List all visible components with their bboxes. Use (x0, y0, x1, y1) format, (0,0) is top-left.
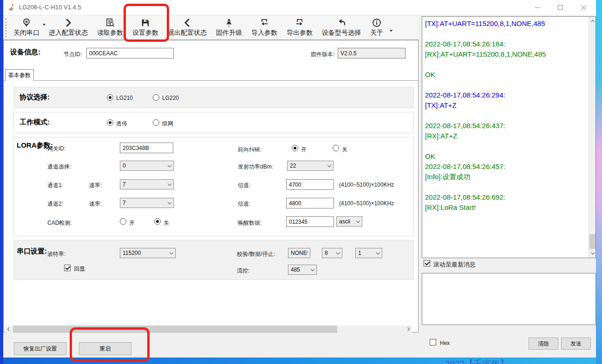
echo-label: 回显 (74, 265, 85, 273)
work-mode-label: 工作模式: (20, 118, 50, 127)
toolbar-button-close-serial[interactable]: 关闭串口 (9, 17, 44, 38)
horizontal-scrollbar[interactable] (5, 325, 412, 333)
protocol-label: 协议选择: (20, 93, 50, 102)
toolbar-grip[interactable] (5, 19, 7, 37)
parity-combobox[interactable]: NONE (288, 248, 310, 258)
send-input-box[interactable] (422, 273, 596, 325)
channel1-label: 通道1: (47, 182, 63, 189)
toolbar-button-read-params[interactable]: 读取参数 (92, 17, 128, 38)
scroll-to-latest-checkbox[interactable] (424, 260, 430, 266)
wake-data-label: 唤醒数据: (238, 219, 262, 227)
channel1-rate-combobox[interactable]: 7 (120, 179, 174, 189)
stop-bits-combobox[interactable]: 1 (355, 248, 382, 258)
toolbar-button-import-params[interactable]: 导入参数 (247, 17, 282, 38)
tab-divider (4, 80, 418, 81)
channel2-rate-combobox[interactable]: 7 (120, 198, 174, 208)
toolbar-overflow-icon[interactable] (390, 30, 393, 32)
chevron-right-icon (63, 18, 73, 28)
log-line: 2022-08-17,08:54:26:184: (425, 39, 586, 49)
save-floppy-icon (140, 18, 150, 28)
serial-settings-group: 串口设置: 波特率: 115200 回显 校验/数据/停止: NONE 8 1 … (13, 240, 414, 280)
freq2-input[interactable] (286, 198, 334, 208)
send-button[interactable]: 发送 (561, 338, 591, 350)
channel-select-combobox[interactable]: 0 (120, 161, 174, 171)
protocol-group: 协议选择: LG210 LG220 (13, 87, 414, 108)
log-line (425, 59, 586, 70)
combo-value: ascii (339, 218, 350, 225)
log-line: 2022-08-17,08:54:26:437: (425, 121, 586, 131)
combo-value: 7 (123, 200, 126, 206)
restart-button[interactable]: 重启 (79, 342, 131, 355)
log-line: 2022-08-17,08:54:26:294: (425, 90, 586, 100)
title-bar: LG206-L-C-H10 V1.4.5 (3, 0, 596, 15)
export-icon (294, 18, 305, 28)
node-id-input[interactable] (86, 48, 174, 58)
toolbar-label: 设置参数 (132, 29, 158, 37)
button-label: 发送 (570, 340, 582, 348)
document-search-icon (105, 18, 115, 28)
wake-data-input[interactable] (286, 216, 334, 227)
import-icon (259, 18, 269, 28)
log-line: OK (425, 151, 586, 162)
radio-fec-off[interactable] (333, 145, 339, 151)
radio-networking[interactable] (153, 119, 159, 126)
rocket-icon (224, 18, 234, 28)
vertical-scrollbar[interactable] (589, 17, 595, 258)
freq1-input[interactable] (286, 179, 334, 190)
combo-value: 1 (358, 250, 361, 256)
data-bits-combobox[interactable]: 8 (322, 248, 342, 258)
radio-cad-off-label: 关 (164, 219, 169, 227)
radio-cad-off[interactable] (154, 218, 161, 225)
minimize-button[interactable] (526, 0, 548, 15)
gateway-id-input[interactable] (120, 143, 173, 153)
toolbar-label: 关于 (370, 29, 383, 37)
freq2-hint: (4100~5100)×100KHz (339, 200, 394, 207)
clear-button[interactable]: 清除 (529, 338, 558, 350)
toolbar-label: 读取参数 (97, 29, 123, 37)
tab-basic-params[interactable]: 基本参数 (5, 69, 34, 81)
toolbar-label: 关闭串口 (13, 29, 39, 37)
hex-checkbox[interactable] (430, 339, 436, 345)
radio-lg210-label: LG210 (116, 95, 133, 101)
scroll-left-icon[interactable] (5, 325, 13, 333)
factory-reset-button[interactable]: 恢复出厂设置 (14, 342, 66, 355)
toolbar-button-about[interactable]: 关于 (366, 17, 388, 38)
maximize-button[interactable] (550, 0, 571, 15)
log-output[interactable]: [TX]:AT+UART=115200,8,1,NONE,485 2022-08… (422, 17, 589, 258)
radio-cad-on[interactable] (120, 218, 126, 225)
radio-lg210[interactable] (107, 94, 113, 101)
scroll-down-icon[interactable] (589, 250, 596, 257)
radio-fec-on-label: 开 (301, 146, 307, 154)
flow-control-combobox[interactable]: 485 (288, 265, 317, 275)
toolbar-button-device-model-select[interactable]: 设备型号选择 (317, 17, 366, 38)
log-line: [Info]:设置成功 (425, 172, 586, 182)
toolbar-button-export-params[interactable]: 导出参数 (282, 17, 317, 38)
radio-lg220[interactable] (153, 94, 159, 101)
toolbar-button-firmware-upgrade[interactable]: 固件升级 (211, 17, 247, 38)
node-id-label: 节点ID: (64, 51, 82, 58)
wake-format-combobox[interactable]: ascii (336, 216, 362, 227)
toolbar-button-exit-config[interactable]: 退出配置状态 (163, 17, 211, 38)
log-line: [RX]:AT+Z (425, 131, 586, 141)
vertical-scrollbar-thumb[interactable] (589, 234, 595, 249)
chevron-down-icon (336, 250, 340, 254)
chevron-down-icon (168, 163, 171, 167)
combo-value: NONE (291, 250, 307, 256)
log-line (425, 29, 586, 39)
info-icon (372, 18, 382, 28)
toolbar-button-enter-config[interactable]: 进入配置状态 (44, 17, 92, 38)
tx-power-combobox[interactable]: 22 (287, 161, 334, 171)
scroll-right-icon[interactable] (405, 325, 412, 333)
close-button[interactable] (573, 0, 594, 15)
scroll-up-icon[interactable] (589, 18, 596, 25)
radio-fec-on[interactable] (292, 145, 298, 151)
toolbar-button-set-params[interactable]: 设置参数 (128, 17, 163, 38)
baud-rate-combobox[interactable]: 115200 (120, 248, 176, 258)
horizontal-scrollbar-thumb[interactable] (13, 325, 337, 333)
echo-checkbox[interactable] (64, 265, 71, 271)
firmware-version-input (338, 48, 406, 58)
toolbar-label: 退出配置状态 (168, 29, 207, 37)
rate1-label: 速率: (89, 182, 102, 189)
radio-transparent[interactable] (107, 119, 113, 126)
tab-label: 基本参数 (8, 72, 31, 79)
